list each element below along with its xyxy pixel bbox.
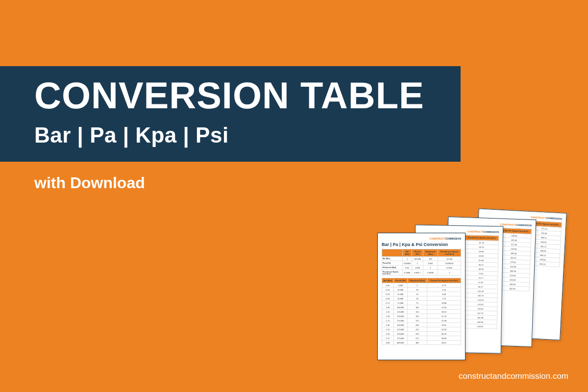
table-header-row: Bar (Bar) Pascal (Pa) Kilopascal (Kpa) P… bbox=[382, 249, 461, 257]
document-title: Bar | Pa | Kpa & Psi Conversion bbox=[382, 242, 461, 247]
table-row: 0.7575,0007510.88 bbox=[382, 301, 461, 305]
table-row: 1.25125,00012518.13 bbox=[382, 310, 461, 314]
conversion-table-1: Bar (Bar) Pascal (Pa) Kilopascal (Kpa) P… bbox=[382, 278, 461, 345]
preview-page-1: CONSTRUCTCOMMISSION Bar | Pa | Kpa & Psi… bbox=[377, 233, 466, 360]
title-band: CONVERSION TABLE Bar | Pa | Kpa | Psi bbox=[0, 66, 461, 162]
table-row: 2.75275,00027539.89 bbox=[382, 336, 461, 341]
table-header-row: Bar (Bar) Pascal (Pa) Kilopascal (Kpa) P… bbox=[382, 278, 461, 283]
table-row: 0.055,00050.73 bbox=[382, 283, 461, 288]
table-row: 2.50250,00025036.26 bbox=[382, 332, 461, 336]
factors-body: Bar (Bar)1100,00010014.504Pascal (a)0.00… bbox=[382, 257, 461, 276]
table-body: 0.055,00050.730.1010,000101.450.2525,000… bbox=[382, 283, 461, 345]
conversion-factors-table: Bar (Bar) Pascal (Pa) Kilopascal (Kpa) P… bbox=[382, 249, 461, 276]
subtitle: with Download bbox=[34, 174, 145, 192]
title-units: Bar | Pa | Kpa | Psi bbox=[34, 123, 461, 147]
table-row: 2.00200,00020029.01 bbox=[382, 323, 461, 327]
table-row: 0.5050,000507.25 bbox=[382, 296, 461, 301]
brand-header: CONSTRUCTCOMMISSION bbox=[382, 237, 461, 240]
table-row: Kilopascal (Kpa)0.011,00010.0145 bbox=[382, 266, 461, 270]
table-row: 1.75175,00017525.38 bbox=[382, 318, 461, 323]
table-row: Pascal (a)0.0000110.0010.000145 bbox=[382, 261, 461, 266]
table-row: 0.2525,000253.63 bbox=[382, 292, 461, 296]
table-row: 2.25225,00022532.63 bbox=[382, 327, 461, 332]
table-row: Bar (Bar)1100,00010014.504 bbox=[382, 257, 461, 261]
table-row: Pounds per Square Inch (Psi)0.06896,894.… bbox=[382, 270, 461, 276]
document-preview-stack: CONSTRUCTCOMMISSION Bar (Bar) Pascal (Pa… bbox=[372, 211, 568, 382]
title-main: CONVERSION TABLE bbox=[34, 77, 461, 114]
table-row: 1.50150,00015021.76 bbox=[382, 314, 461, 318]
table-row: 0.1010,000101.45 bbox=[382, 288, 461, 292]
table-row: 3.00300,00030043.51 bbox=[382, 341, 461, 345]
attribution: constructandcommission.com bbox=[459, 371, 568, 381]
table-row: 1.00100,00010014.50 bbox=[382, 305, 461, 310]
